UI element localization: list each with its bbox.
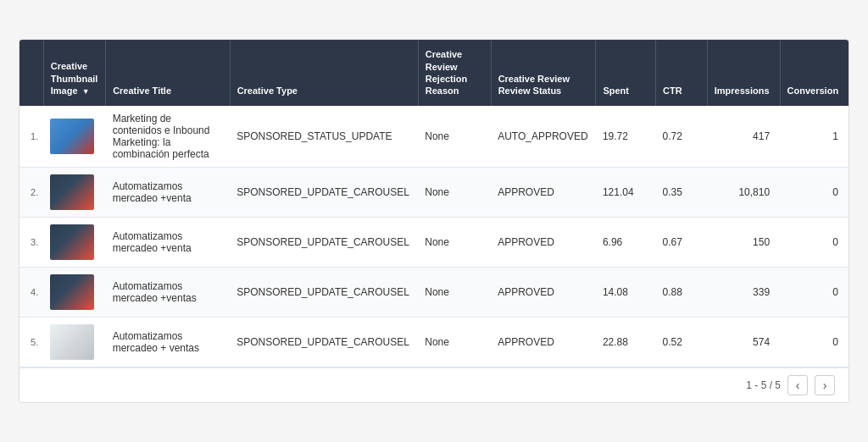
review-status: APPROVED [491,317,596,367]
review-status: APPROVED [491,217,596,267]
col-header-status: Creative Review Review Status [491,40,596,105]
thumbnail-cell [43,106,105,168]
creative-type: SPONSORED_STATUS_UPDATE [230,106,418,168]
row-number: 3. [19,217,43,267]
ctr-value: 0.52 [656,317,708,367]
main-container: Creative Thumbnail Image ▼ Creative Titl… [19,39,849,402]
impressions-value: 10,810 [707,167,780,217]
ctr-value: 0.35 [656,167,708,217]
spent-value: 19.72 [596,106,656,168]
impressions-value: 150 [707,217,780,267]
pagination-prev-button[interactable]: ‹ [787,375,808,395]
rejection-reason: None [418,106,491,168]
table-row: 1. Marketing de contenidos e Inbound Mar… [19,106,849,168]
creatives-table: Creative Thumbnail Image ▼ Creative Titl… [19,40,849,367]
conversion-value: 1 [780,106,849,168]
col-header-thumb: Creative Thumbnail Image ▼ [43,40,105,105]
col-header-rejection: Creative Review Rejection Reason [418,40,491,105]
creative-title: Automatizamos mercadeo +venta [106,167,231,217]
conversion-value: 0 [780,267,849,317]
col-header-conversion: Conversion [780,40,849,105]
creative-type: SPONSORED_UPDATE_CAROUSEL [230,317,418,367]
pagination-label: 1 - 5 / 5 [746,379,781,391]
ctr-value: 0.72 [656,106,708,168]
creative-title: Automatizamos mercadeo +ventas [106,267,231,317]
thumbnail-image [50,324,94,360]
conversion-value: 0 [780,217,849,267]
review-status: AUTO_APPROVED [491,106,596,168]
creative-type: SPONSORED_UPDATE_CAROUSEL [230,267,418,317]
thumbnail-image [50,274,94,310]
col-header-impressions: Impressions [707,40,780,105]
thumbnail-cell [43,317,105,367]
table-header-row: Creative Thumbnail Image ▼ Creative Titl… [19,40,849,105]
row-number: 2. [19,167,43,217]
col-header-ctr: CTR [656,40,708,105]
conversion-value: 0 [780,317,849,367]
creative-title: Automatizamos mercadeo +venta [106,217,231,267]
thumbnail-cell [43,167,105,217]
table-row: 2. Automatizamos mercadeo +venta SPONSOR… [19,167,849,217]
rejection-reason: None [418,317,491,367]
sort-icon: ▼ [82,87,90,96]
spent-value: 121.04 [596,167,656,217]
row-number: 4. [19,267,43,317]
col-header-spent: Spent [596,40,656,105]
table-row: 3. Automatizamos mercadeo +venta SPONSOR… [19,217,849,267]
review-status: APPROVED [491,267,596,317]
thumbnail-cell [43,267,105,317]
table-row: 4. Automatizamos mercadeo +ventas SPONSO… [19,267,849,317]
rejection-reason: None [418,167,491,217]
thumbnail-cell [43,217,105,267]
impressions-value: 574 [707,317,780,367]
rejection-reason: None [418,217,491,267]
thumbnail-image [50,119,94,154]
row-number: 5. [19,317,43,367]
thumbnail-image [50,224,94,260]
conversion-value: 0 [780,167,849,217]
col-header-num [19,40,43,105]
table-row: 5. Automatizamos mercadeo + ventas SPONS… [19,317,849,367]
row-number: 1. [19,106,43,168]
ctr-value: 0.67 [656,217,708,267]
thumbnail-image [50,174,94,210]
col-header-title: Creative Title [106,40,231,105]
impressions-value: 417 [707,106,780,168]
pagination-next-button[interactable]: › [815,375,835,395]
spent-value: 14.08 [596,267,656,317]
col-header-type: Creative Type [230,40,418,105]
creative-type: SPONSORED_UPDATE_CAROUSEL [230,167,418,217]
rejection-reason: None [418,267,491,317]
creative-title: Marketing de contenidos e Inbound Market… [106,106,231,168]
review-status: APPROVED [491,167,596,217]
ctr-value: 0.88 [656,267,708,317]
spent-value: 6.96 [596,217,656,267]
pagination-bar: 1 - 5 / 5 ‹ › [19,367,849,402]
impressions-value: 339 [707,267,780,317]
creative-type: SPONSORED_UPDATE_CAROUSEL [230,217,418,267]
spent-value: 22.88 [596,317,656,367]
creative-title: Automatizamos mercadeo + ventas [106,317,231,367]
